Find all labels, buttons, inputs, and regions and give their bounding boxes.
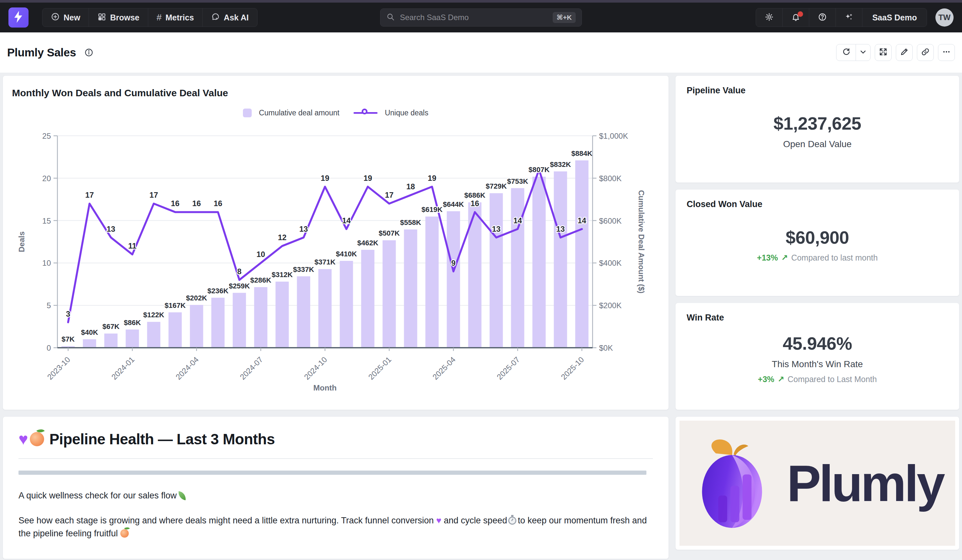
app-logo[interactable] (8, 8, 29, 27)
svg-text:16: 16 (214, 199, 223, 208)
search-placeholder: Search SaaS Demo (400, 13, 553, 22)
svg-text:15: 15 (42, 216, 51, 225)
svg-text:13: 13 (492, 225, 501, 233)
svg-text:18: 18 (407, 182, 415, 191)
svg-text:8: 8 (237, 267, 241, 276)
svg-text:$67K: $67K (102, 322, 120, 331)
share-link-button[interactable] (917, 44, 934, 61)
body-paragraph: See how each stage is growing and where … (18, 514, 653, 540)
svg-text:$686K: $686K (465, 191, 486, 199)
utility-nav: SaaS Demo (756, 8, 927, 27)
kpi-card-win-rate: Win Rate 45.946% This Month's Win Rate +… (675, 303, 959, 410)
svg-text:$86K: $86K (124, 319, 141, 327)
stopwatch-icon (508, 517, 517, 525)
svg-text:$122K: $122K (144, 311, 165, 319)
nav-item-new[interactable]: New (42, 8, 89, 27)
svg-text:$729K: $729K (486, 182, 507, 190)
svg-text:$236K: $236K (208, 287, 229, 295)
edit-button[interactable] (896, 44, 913, 61)
svg-text:2025-10: 2025-10 (559, 355, 586, 381)
help-button[interactable] (809, 8, 836, 27)
svg-text:$410K: $410K (336, 250, 357, 258)
gear-icon (765, 13, 773, 23)
grid-icon (97, 12, 106, 23)
nav-item-ask-ai[interactable]: Ask AI (203, 8, 257, 27)
more-options-button[interactable] (938, 44, 955, 61)
svg-text:$259K: $259K (229, 282, 250, 290)
settings-button[interactable] (756, 8, 783, 27)
heading-divider (18, 458, 653, 459)
svg-text:$200K: $200K (599, 301, 621, 310)
ai-assist-button[interactable] (836, 8, 862, 27)
top-navigation: New Browse # Metrics Ask AI Search SaaS … (0, 3, 962, 32)
svg-text:19: 19 (428, 174, 437, 182)
svg-text:13: 13 (107, 225, 115, 233)
refresh-options-button[interactable] (856, 44, 870, 61)
kpi-delta-row: +3% ↗ Compared to Last Month (758, 375, 877, 384)
intro-paragraph: A quick wellness check for our sales flo… (18, 489, 653, 502)
legend-line-marker[interactable] (353, 108, 378, 117)
svg-text:20: 20 (42, 174, 51, 183)
svg-text:16: 16 (192, 199, 201, 208)
plus-circle-icon (51, 12, 60, 23)
svg-text:$312K: $312K (272, 270, 293, 279)
svg-text:10: 10 (42, 259, 51, 267)
nav-item-label: Browse (110, 13, 139, 23)
page-title: Plumly Sales (7, 46, 76, 59)
section-divider-bar (18, 471, 646, 475)
kpi-subtitle: Open Deal Value (783, 139, 851, 150)
svg-text:$400K: $400K (599, 259, 621, 267)
svg-text:14: 14 (578, 216, 586, 225)
trend-up-arrow-icon: ↗ (781, 253, 788, 262)
search-shortcut-badge: ⌘+K (553, 12, 576, 23)
svg-text:17: 17 (385, 191, 394, 199)
herb-icon (178, 491, 187, 500)
svg-text:2024-01: 2024-01 (110, 355, 136, 381)
legend-bar-swatch[interactable] (243, 109, 252, 117)
notifications-button[interactable] (783, 8, 809, 27)
workspace-switcher[interactable]: SaaS Demo (862, 8, 926, 27)
combo-chart[interactable]: $7K$40K$67K$86K$122K$167K$202K$236K$259K… (12, 118, 659, 395)
svg-text:Cumulative Deal Amount ($): Cumulative Deal Amount ($) (637, 190, 646, 293)
dashboard-header: Plumly Sales (0, 32, 962, 72)
legend-bar-label[interactable]: Cumulative deal amount (259, 109, 339, 117)
info-icon[interactable] (84, 48, 94, 57)
kpi-subtitle: This Month's Win Rate (772, 359, 863, 369)
svg-text:9: 9 (451, 259, 455, 267)
nav-item-metrics[interactable]: # Metrics (148, 8, 203, 27)
svg-text:$558K: $558K (400, 219, 421, 227)
svg-text:10: 10 (257, 250, 265, 259)
nav-item-label: Metrics (165, 13, 194, 23)
plum-logo-icon (691, 434, 773, 533)
purple-heart-icon: ♥ (436, 516, 441, 525)
refresh-split-button (836, 44, 870, 61)
pipeline-health-card: ♥ Pipeline Health — Last 3 Months A quic… (3, 417, 669, 559)
svg-text:2023-10: 2023-10 (45, 355, 72, 381)
brand-logo-panel: Plumly (680, 421, 955, 546)
global-search-input[interactable]: Search SaaS Demo ⌘+K (380, 8, 582, 27)
nav-item-browse[interactable]: Browse (89, 8, 148, 27)
refresh-button[interactable] (836, 44, 856, 61)
svg-text:$286K: $286K (250, 276, 271, 284)
chat-ai-icon (211, 12, 220, 23)
legend-line-label[interactable]: Unique deals (385, 109, 428, 117)
ellipsis-icon (942, 48, 951, 57)
svg-text:2024-10: 2024-10 (302, 355, 329, 381)
fullscreen-button[interactable] (875, 44, 892, 61)
chart-legend: Cumulative deal amount Unique deals (12, 108, 659, 117)
svg-text:$167K: $167K (165, 301, 186, 309)
kpi-value: $1,237,625 (773, 113, 861, 134)
chevron-down-icon (859, 48, 867, 57)
primary-nav: New Browse # Metrics Ask AI (42, 8, 258, 27)
svg-text:$1,000K: $1,000K (599, 132, 628, 140)
peach-icon (120, 529, 129, 537)
trend-up-arrow-icon: ↗ (778, 375, 784, 384)
lightning-bolt-icon (13, 10, 24, 25)
svg-text:16: 16 (471, 199, 479, 208)
chart-card: Monthly Won Deals and Cumulative Deal Va… (3, 76, 669, 410)
svg-text:2024-04: 2024-04 (174, 355, 200, 381)
user-avatar[interactable]: TW (935, 8, 954, 27)
brand-logo-card: Plumly (675, 417, 959, 550)
svg-text:$0K: $0K (599, 344, 613, 352)
svg-text:$337K: $337K (293, 266, 314, 274)
